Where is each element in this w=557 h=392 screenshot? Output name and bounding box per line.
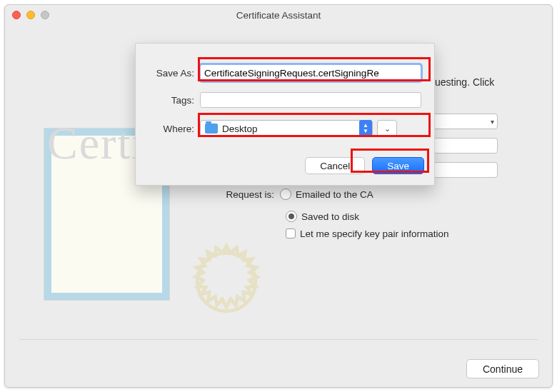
divider xyxy=(19,339,538,340)
expand-button[interactable]: ⌄ xyxy=(377,120,397,137)
where-label: Where: xyxy=(146,124,200,134)
checkbox-keypair-label: Let me specify key pair information xyxy=(300,228,449,239)
content-area: Certif uesting. Click ▾ CA Email Addr xyxy=(5,25,552,387)
folder-icon xyxy=(205,124,218,134)
radio-saved[interactable] xyxy=(286,211,297,222)
cancel-button[interactable]: Cancel xyxy=(305,157,365,174)
where-select[interactable]: Desktop ▲▼ xyxy=(200,120,373,137)
assistant-window: Certificate Assistant Certif uesting. Cl… xyxy=(4,4,553,388)
request-is-label: Request is: xyxy=(180,189,280,200)
titlebar: Certificate Assistant xyxy=(5,5,552,25)
svg-point-0 xyxy=(197,253,256,311)
save-button[interactable]: Save xyxy=(372,157,424,174)
save-sheet: Save As: Tags: Where: Desktop ▲▼ xyxy=(135,43,435,186)
tags-label: Tags: xyxy=(146,95,200,106)
radio-emailed-label: Emailed to the CA xyxy=(296,189,373,200)
saveas-label: Save As: xyxy=(146,68,200,79)
continue-button[interactable]: Continue xyxy=(466,359,539,378)
radio-emailed[interactable] xyxy=(280,189,291,200)
seal-icon xyxy=(184,239,269,325)
saveas-field[interactable] xyxy=(200,64,421,81)
tags-field[interactable] xyxy=(200,92,421,108)
updown-icon: ▲▼ xyxy=(359,120,372,137)
where-value: Desktop xyxy=(222,124,258,134)
radio-saved-label: Saved to disk xyxy=(301,211,359,222)
window-title: Certificate Assistant xyxy=(5,10,552,21)
checkbox-keypair[interactable] xyxy=(286,228,296,238)
instruction-text: uesting. Click xyxy=(435,76,494,88)
chevron-down-icon: ▾ xyxy=(491,118,494,126)
chevron-down-icon: ⌄ xyxy=(384,124,391,134)
